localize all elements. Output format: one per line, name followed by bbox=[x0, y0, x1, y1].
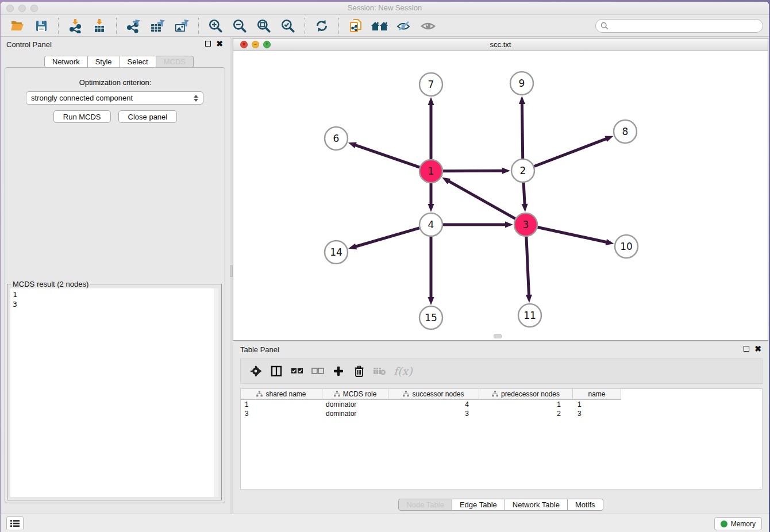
graph-edge-2-9[interactable] bbox=[519, 96, 525, 159]
graph-node-4[interactable]: 4 bbox=[419, 213, 442, 236]
table-cell[interactable]: 2 bbox=[479, 409, 573, 418]
graph-edge-1-6[interactable] bbox=[348, 142, 419, 168]
show-hidden-icon[interactable] bbox=[418, 17, 438, 34]
table-body: 1dominator4113dominator323 bbox=[241, 400, 762, 418]
unselect-all-icon[interactable] bbox=[307, 363, 328, 380]
graph-edge-3-10[interactable] bbox=[538, 227, 614, 245]
table-cell[interactable]: dominator bbox=[322, 409, 388, 418]
column-header-MCDS-role[interactable]: MCDS role bbox=[322, 389, 388, 399]
tab-style[interactable]: Style bbox=[88, 56, 120, 68]
toolbar-separator bbox=[305, 18, 305, 34]
graph-node-2[interactable]: 2 bbox=[511, 159, 534, 182]
column-header-name[interactable]: name bbox=[573, 389, 621, 399]
task-history-button[interactable] bbox=[6, 516, 24, 530]
refresh-icon[interactable] bbox=[312, 17, 332, 34]
svg-text:9: 9 bbox=[519, 78, 525, 89]
table-cell[interactable]: 3 bbox=[241, 409, 322, 418]
table-tab-network-table[interactable]: Network Table bbox=[505, 499, 568, 511]
hide-selected-icon[interactable] bbox=[394, 17, 414, 34]
tab-select[interactable]: Select bbox=[120, 56, 156, 68]
graph-edge-1-2[interactable] bbox=[443, 168, 510, 174]
graph-edge-1-7[interactable] bbox=[428, 97, 434, 159]
show-columns-icon[interactable] bbox=[266, 363, 287, 380]
first-neighbors-icon[interactable] bbox=[370, 17, 390, 34]
zoom-fit-icon[interactable] bbox=[254, 17, 274, 34]
search-field[interactable] bbox=[595, 19, 763, 33]
mcds-result-title: MCDS result (2 nodes) bbox=[11, 280, 90, 288]
graph-node-8[interactable]: 8 bbox=[614, 120, 637, 143]
table-panel-title: Table Panel bbox=[240, 345, 279, 354]
network-from-selection-icon[interactable] bbox=[346, 17, 365, 34]
graph-node-7[interactable]: 7 bbox=[419, 73, 442, 96]
window-titlebar: Session: New Session bbox=[1, 2, 769, 15]
node-table[interactable]: shared nameMCDS rolesuccessor nodesprede… bbox=[240, 388, 763, 489]
delete-table-icon[interactable] bbox=[369, 363, 390, 380]
graph-node-14[interactable]: 14 bbox=[325, 241, 348, 264]
graph-node-11[interactable]: 11 bbox=[518, 304, 541, 327]
graph-edge-2-3[interactable] bbox=[522, 183, 528, 212]
import-table-icon[interactable] bbox=[90, 17, 109, 34]
graph-node-3[interactable]: 3 bbox=[514, 213, 537, 236]
table-cell[interactable]: 1 bbox=[241, 400, 322, 409]
svg-text:11: 11 bbox=[523, 310, 536, 321]
graph-edge-4-15[interactable] bbox=[428, 237, 434, 305]
graph-node-10[interactable]: 10 bbox=[615, 235, 638, 258]
graph-node-15[interactable]: 15 bbox=[419, 306, 442, 329]
dropdown-value: strongly connected component bbox=[31, 94, 133, 102]
float-panel-icon[interactable] bbox=[205, 41, 211, 47]
dropdown-arrows-icon bbox=[194, 95, 198, 102]
table-cell[interactable]: 1 bbox=[479, 400, 573, 409]
tab-mcds[interactable]: MCDS bbox=[156, 56, 194, 68]
table-tab-edge-table[interactable]: Edge Table bbox=[452, 499, 505, 511]
table-cell[interactable]: 3 bbox=[573, 409, 621, 418]
memory-button[interactable]: Memory bbox=[714, 517, 762, 530]
zoom-selected-icon[interactable] bbox=[278, 17, 298, 34]
mcds-result-textarea[interactable]: 1 3 bbox=[10, 288, 214, 497]
search-input[interactable] bbox=[609, 22, 763, 30]
export-network-icon[interactable] bbox=[124, 17, 143, 34]
column-header-successor-nodes[interactable]: successor nodes bbox=[388, 389, 479, 399]
optimization-criterion-label: Optimization criterion: bbox=[1, 78, 230, 87]
graph-edge-1-4[interactable] bbox=[428, 183, 434, 212]
table-cell[interactable]: dominator bbox=[322, 400, 388, 409]
graph-edge-3-1[interactable] bbox=[442, 178, 515, 219]
graph-edge-4-3[interactable] bbox=[443, 222, 513, 228]
tab-network[interactable]: Network bbox=[44, 56, 88, 68]
zoom-out-icon[interactable] bbox=[230, 17, 249, 34]
select-all-icon[interactable] bbox=[287, 363, 307, 380]
close-panel-button[interactable]: Close panel bbox=[118, 110, 178, 123]
result-scrollbar[interactable] bbox=[214, 288, 218, 497]
graph-edge-4-14[interactable] bbox=[348, 228, 419, 249]
graph-node-9[interactable]: 9 bbox=[510, 72, 533, 95]
open-file-icon[interactable] bbox=[7, 17, 27, 34]
graph-edge-3-11[interactable] bbox=[526, 237, 532, 303]
table-row[interactable]: 1dominator411 bbox=[241, 400, 762, 409]
close-table-panel-icon[interactable]: ✖ bbox=[754, 346, 761, 352]
graph-node-1[interactable]: 1 bbox=[419, 160, 442, 183]
import-network-icon[interactable] bbox=[66, 17, 85, 34]
float-table-panel-icon[interactable] bbox=[744, 346, 749, 352]
network-resize-grip[interactable] bbox=[494, 334, 502, 338]
graph-node-6[interactable]: 6 bbox=[325, 127, 348, 150]
function-builder-icon[interactable]: f(x) bbox=[394, 365, 413, 377]
table-cell[interactable]: 4 bbox=[388, 400, 479, 409]
table-row[interactable]: 3dominator323 bbox=[241, 409, 762, 418]
save-session-icon[interactable] bbox=[32, 17, 51, 34]
close-panel-icon[interactable]: ✖ bbox=[216, 41, 223, 47]
delete-column-icon[interactable] bbox=[349, 363, 369, 380]
network-canvas[interactable]: 7968124314101511 bbox=[233, 51, 768, 340]
graph-edge-2-8[interactable] bbox=[534, 136, 614, 167]
table-cell[interactable]: 3 bbox=[388, 409, 479, 418]
column-header-predecessor-nodes[interactable]: predecessor nodes bbox=[479, 389, 573, 399]
run-mcds-button[interactable]: Run MCDS bbox=[53, 110, 111, 123]
table-cell[interactable]: 1 bbox=[573, 400, 621, 409]
export-table-icon[interactable] bbox=[148, 17, 167, 34]
table-settings-icon[interactable] bbox=[245, 363, 266, 380]
optimization-criterion-select[interactable]: strongly connected component bbox=[26, 91, 203, 105]
column-header-shared-name[interactable]: shared name bbox=[241, 389, 322, 399]
table-tab-node-table[interactable]: Node Table bbox=[398, 499, 452, 511]
add-column-icon[interactable] bbox=[328, 363, 349, 380]
table-tab-motifs[interactable]: Motifs bbox=[568, 499, 603, 511]
zoom-in-icon[interactable] bbox=[206, 17, 225, 34]
export-image-icon[interactable] bbox=[172, 17, 191, 34]
